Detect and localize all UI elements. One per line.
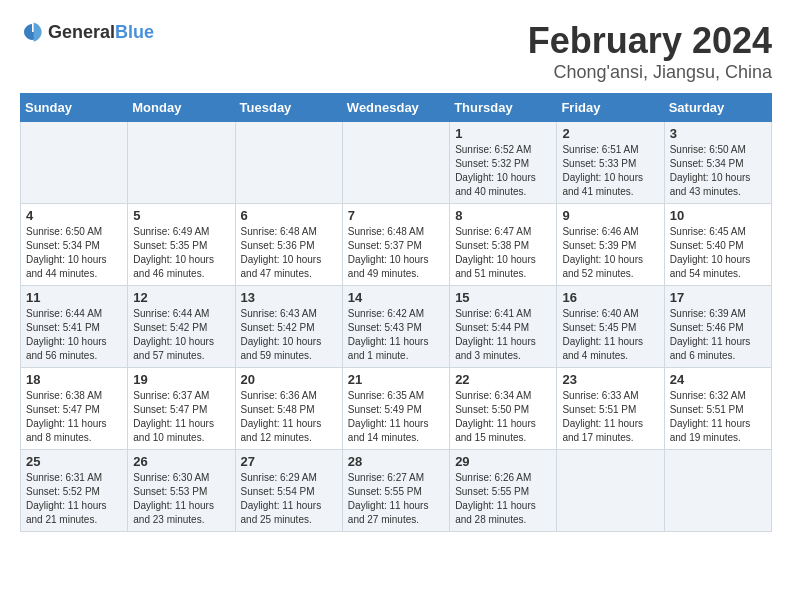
calendar-cell: 14Sunrise: 6:42 AMSunset: 5:43 PMDayligh…: [342, 286, 449, 368]
calendar-title: February 2024: [528, 20, 772, 62]
day-info: Sunrise: 6:49 AMSunset: 5:35 PMDaylight:…: [133, 225, 229, 281]
day-number: 7: [348, 208, 444, 223]
day-number: 17: [670, 290, 766, 305]
calendar-cell: 3Sunrise: 6:50 AMSunset: 5:34 PMDaylight…: [664, 122, 771, 204]
calendar-cell: 10Sunrise: 6:45 AMSunset: 5:40 PMDayligh…: [664, 204, 771, 286]
day-number: 15: [455, 290, 551, 305]
calendar-cell: [128, 122, 235, 204]
day-info: Sunrise: 6:34 AMSunset: 5:50 PMDaylight:…: [455, 389, 551, 445]
day-number: 10: [670, 208, 766, 223]
day-info: Sunrise: 6:41 AMSunset: 5:44 PMDaylight:…: [455, 307, 551, 363]
day-info: Sunrise: 6:32 AMSunset: 5:51 PMDaylight:…: [670, 389, 766, 445]
day-info: Sunrise: 6:31 AMSunset: 5:52 PMDaylight:…: [26, 471, 122, 527]
calendar-cell: 28Sunrise: 6:27 AMSunset: 5:55 PMDayligh…: [342, 450, 449, 532]
day-number: 12: [133, 290, 229, 305]
calendar-cell: 6Sunrise: 6:48 AMSunset: 5:36 PMDaylight…: [235, 204, 342, 286]
calendar-cell: 17Sunrise: 6:39 AMSunset: 5:46 PMDayligh…: [664, 286, 771, 368]
calendar-week-1: 1Sunrise: 6:52 AMSunset: 5:32 PMDaylight…: [21, 122, 772, 204]
calendar-cell: 27Sunrise: 6:29 AMSunset: 5:54 PMDayligh…: [235, 450, 342, 532]
header-friday: Friday: [557, 94, 664, 122]
calendar-cell: 21Sunrise: 6:35 AMSunset: 5:49 PMDayligh…: [342, 368, 449, 450]
day-info: Sunrise: 6:37 AMSunset: 5:47 PMDaylight:…: [133, 389, 229, 445]
day-info: Sunrise: 6:44 AMSunset: 5:41 PMDaylight:…: [26, 307, 122, 363]
day-number: 22: [455, 372, 551, 387]
calendar-cell: 7Sunrise: 6:48 AMSunset: 5:37 PMDaylight…: [342, 204, 449, 286]
calendar-week-3: 11Sunrise: 6:44 AMSunset: 5:41 PMDayligh…: [21, 286, 772, 368]
calendar-week-4: 18Sunrise: 6:38 AMSunset: 5:47 PMDayligh…: [21, 368, 772, 450]
calendar-cell: 18Sunrise: 6:38 AMSunset: 5:47 PMDayligh…: [21, 368, 128, 450]
day-info: Sunrise: 6:39 AMSunset: 5:46 PMDaylight:…: [670, 307, 766, 363]
logo-text: GeneralBlue: [48, 22, 154, 43]
day-info: Sunrise: 6:36 AMSunset: 5:48 PMDaylight:…: [241, 389, 337, 445]
day-info: Sunrise: 6:27 AMSunset: 5:55 PMDaylight:…: [348, 471, 444, 527]
calendar-cell: 2Sunrise: 6:51 AMSunset: 5:33 PMDaylight…: [557, 122, 664, 204]
day-number: 5: [133, 208, 229, 223]
calendar-cell: 13Sunrise: 6:43 AMSunset: 5:42 PMDayligh…: [235, 286, 342, 368]
header-monday: Monday: [128, 94, 235, 122]
header-saturday: Saturday: [664, 94, 771, 122]
logo-blue: Blue: [115, 22, 154, 42]
day-info: Sunrise: 6:42 AMSunset: 5:43 PMDaylight:…: [348, 307, 444, 363]
day-number: 23: [562, 372, 658, 387]
calendar-subtitle: Chong'ansi, Jiangsu, China: [528, 62, 772, 83]
day-number: 27: [241, 454, 337, 469]
calendar-cell: 24Sunrise: 6:32 AMSunset: 5:51 PMDayligh…: [664, 368, 771, 450]
header-tuesday: Tuesday: [235, 94, 342, 122]
day-info: Sunrise: 6:44 AMSunset: 5:42 PMDaylight:…: [133, 307, 229, 363]
calendar-cell: 26Sunrise: 6:30 AMSunset: 5:53 PMDayligh…: [128, 450, 235, 532]
day-info: Sunrise: 6:35 AMSunset: 5:49 PMDaylight:…: [348, 389, 444, 445]
day-number: 2: [562, 126, 658, 141]
day-info: Sunrise: 6:46 AMSunset: 5:39 PMDaylight:…: [562, 225, 658, 281]
calendar-cell: [557, 450, 664, 532]
day-number: 21: [348, 372, 444, 387]
day-number: 14: [348, 290, 444, 305]
day-info: Sunrise: 6:40 AMSunset: 5:45 PMDaylight:…: [562, 307, 658, 363]
day-number: 29: [455, 454, 551, 469]
logo-general: General: [48, 22, 115, 42]
calendar-body: 1Sunrise: 6:52 AMSunset: 5:32 PMDaylight…: [21, 122, 772, 532]
day-number: 1: [455, 126, 551, 141]
day-number: 3: [670, 126, 766, 141]
day-number: 9: [562, 208, 658, 223]
calendar-cell: 9Sunrise: 6:46 AMSunset: 5:39 PMDaylight…: [557, 204, 664, 286]
calendar-header: Sunday Monday Tuesday Wednesday Thursday…: [21, 94, 772, 122]
page-header: GeneralBlue February 2024 Chong'ansi, Ji…: [20, 20, 772, 83]
day-number: 13: [241, 290, 337, 305]
calendar-week-5: 25Sunrise: 6:31 AMSunset: 5:52 PMDayligh…: [21, 450, 772, 532]
calendar-cell: 22Sunrise: 6:34 AMSunset: 5:50 PMDayligh…: [450, 368, 557, 450]
day-number: 6: [241, 208, 337, 223]
day-number: 11: [26, 290, 122, 305]
calendar-week-2: 4Sunrise: 6:50 AMSunset: 5:34 PMDaylight…: [21, 204, 772, 286]
day-number: 19: [133, 372, 229, 387]
day-info: Sunrise: 6:48 AMSunset: 5:37 PMDaylight:…: [348, 225, 444, 281]
calendar-cell: 25Sunrise: 6:31 AMSunset: 5:52 PMDayligh…: [21, 450, 128, 532]
day-info: Sunrise: 6:50 AMSunset: 5:34 PMDaylight:…: [670, 143, 766, 199]
day-info: Sunrise: 6:47 AMSunset: 5:38 PMDaylight:…: [455, 225, 551, 281]
day-number: 25: [26, 454, 122, 469]
day-info: Sunrise: 6:52 AMSunset: 5:32 PMDaylight:…: [455, 143, 551, 199]
calendar-cell: [21, 122, 128, 204]
calendar-cell: [664, 450, 771, 532]
logo-icon: [20, 20, 44, 44]
day-number: 20: [241, 372, 337, 387]
day-info: Sunrise: 6:50 AMSunset: 5:34 PMDaylight:…: [26, 225, 122, 281]
calendar-cell: 19Sunrise: 6:37 AMSunset: 5:47 PMDayligh…: [128, 368, 235, 450]
header-wednesday: Wednesday: [342, 94, 449, 122]
day-number: 26: [133, 454, 229, 469]
calendar-cell: 15Sunrise: 6:41 AMSunset: 5:44 PMDayligh…: [450, 286, 557, 368]
day-info: Sunrise: 6:30 AMSunset: 5:53 PMDaylight:…: [133, 471, 229, 527]
calendar-cell: [235, 122, 342, 204]
day-info: Sunrise: 6:33 AMSunset: 5:51 PMDaylight:…: [562, 389, 658, 445]
day-info: Sunrise: 6:29 AMSunset: 5:54 PMDaylight:…: [241, 471, 337, 527]
header-row: Sunday Monday Tuesday Wednesday Thursday…: [21, 94, 772, 122]
calendar-cell: 23Sunrise: 6:33 AMSunset: 5:51 PMDayligh…: [557, 368, 664, 450]
title-area: February 2024 Chong'ansi, Jiangsu, China: [528, 20, 772, 83]
day-info: Sunrise: 6:43 AMSunset: 5:42 PMDaylight:…: [241, 307, 337, 363]
day-info: Sunrise: 6:48 AMSunset: 5:36 PMDaylight:…: [241, 225, 337, 281]
day-number: 28: [348, 454, 444, 469]
calendar-cell: 29Sunrise: 6:26 AMSunset: 5:55 PMDayligh…: [450, 450, 557, 532]
day-number: 4: [26, 208, 122, 223]
calendar-cell: 5Sunrise: 6:49 AMSunset: 5:35 PMDaylight…: [128, 204, 235, 286]
day-number: 8: [455, 208, 551, 223]
header-sunday: Sunday: [21, 94, 128, 122]
